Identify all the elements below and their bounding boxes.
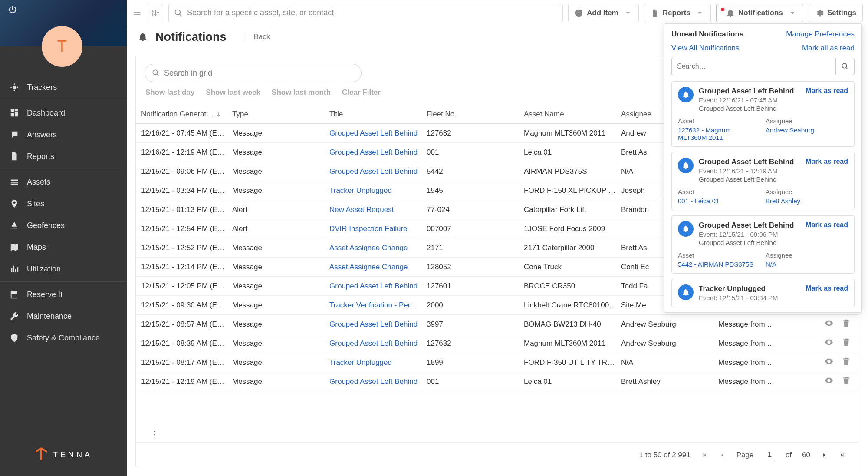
- assignee-link[interactable]: N/A: [766, 261, 848, 268]
- back-link[interactable]: Back: [243, 33, 270, 41]
- notification-card[interactable]: Grouped Asset Left BehindMark as readEve…: [671, 215, 855, 274]
- col-title[interactable]: Title: [329, 110, 427, 119]
- manage-preferences-link[interactable]: Manage Preferences: [786, 30, 855, 39]
- sidebar-item-label: Utilization: [27, 264, 61, 274]
- cell-asset: Magnum MLT360M 2011: [524, 339, 621, 348]
- global-search-input[interactable]: Search for a specific asset, site, or co…: [168, 4, 563, 22]
- cell-fleet: 1945: [427, 186, 524, 195]
- col-type[interactable]: Type: [232, 110, 329, 119]
- title-link[interactable]: Grouped Asset Left Behind: [329, 129, 418, 137]
- notif-subtitle: Grouped Asset Left Behind: [699, 105, 848, 112]
- mark-as-read-link[interactable]: Mark as read: [806, 284, 848, 293]
- view-icon[interactable]: [824, 318, 834, 330]
- sidebar-item-maintenance[interactable]: Maintenance: [0, 305, 127, 327]
- safety-icon: [10, 333, 19, 343]
- notification-badge-dot: [721, 8, 724, 11]
- sidebar-item-label: Reports: [27, 152, 54, 161]
- col-asset[interactable]: Asset Name: [524, 110, 621, 119]
- view-icon[interactable]: [824, 376, 834, 387]
- sidebar-item-reports[interactable]: Reports: [0, 145, 127, 167]
- delete-icon[interactable]: [842, 376, 851, 387]
- title-link[interactable]: DVIR Inspection Failure: [329, 225, 408, 233]
- notif-search-button[interactable]: [835, 58, 855, 75]
- notification-card[interactable]: Grouped Asset Left BehindMark as readEve…: [671, 152, 855, 210]
- title-link[interactable]: New Asset Request: [329, 205, 394, 214]
- title-link[interactable]: Tracker Unplugged: [329, 358, 392, 367]
- page-last-icon[interactable]: [839, 452, 846, 459]
- plus-circle-icon: [575, 9, 583, 17]
- cell-fleet: 127601: [427, 282, 524, 291]
- sidebar-item-assets[interactable]: Assets: [0, 171, 127, 193]
- delete-icon[interactable]: [842, 337, 851, 349]
- mark-as-read-link[interactable]: Mark as read: [806, 87, 848, 96]
- mark-as-read-link[interactable]: Mark as read: [806, 221, 848, 230]
- cell-date: 12/15/21 - 12:54 PM (EST): [136, 225, 232, 233]
- view-all-notifications-link[interactable]: View All Notifications: [671, 44, 740, 53]
- sidebar-item-sites[interactable]: Sites: [0, 193, 127, 215]
- mark-as-read-link[interactable]: Mark as read: [806, 158, 848, 166]
- avatar[interactable]: T: [42, 26, 82, 67]
- sidebar-item-label: Assets: [27, 178, 50, 187]
- title-link[interactable]: Grouped Asset Left Behind: [329, 148, 418, 156]
- bell-badge-icon: [678, 284, 694, 300]
- title-link[interactable]: Asset Assignee Change: [329, 244, 408, 252]
- title-link[interactable]: Grouped Asset Left Behind: [329, 320, 418, 328]
- title-link[interactable]: Grouped Asset Left Behind: [329, 282, 418, 290]
- view-icon[interactable]: [824, 337, 834, 349]
- filter-last-week[interactable]: Show last week: [206, 88, 260, 97]
- filter-sliders-button[interactable]: [148, 4, 163, 22]
- reports-button[interactable]: Reports: [644, 4, 711, 22]
- mark-all-read-link[interactable]: Mark all as read: [802, 44, 855, 53]
- page-next-icon[interactable]: [821, 452, 828, 459]
- col-fleet[interactable]: Fleet No.: [427, 110, 524, 119]
- sidebar-item-maps[interactable]: Maps: [0, 236, 127, 258]
- cell-fleet: 127632: [427, 129, 524, 138]
- notif-title: Grouped Asset Left Behind: [699, 221, 794, 230]
- sidebar-item-utilization[interactable]: Utilization: [0, 258, 127, 280]
- page-number-input[interactable]: 1: [764, 450, 775, 459]
- title-link[interactable]: Grouped Asset Left Behind: [329, 339, 418, 347]
- asset-link[interactable]: 001 - Leica 01: [678, 197, 760, 205]
- filter-last-day[interactable]: Show last day: [145, 88, 194, 97]
- sidebar-item-answers[interactable]: Answers: [0, 124, 127, 145]
- sidebar-item-tracker[interactable]: Trackers: [0, 76, 127, 98]
- grid-search-input[interactable]: Search in grid: [145, 64, 362, 82]
- delete-icon[interactable]: [842, 357, 851, 368]
- title-link[interactable]: Grouped Asset Left Behind: [329, 167, 418, 175]
- sidebar-item-geofences[interactable]: Geofences: [0, 215, 127, 236]
- page-prev-icon[interactable]: [719, 452, 726, 459]
- cell-fleet: 001: [427, 377, 524, 386]
- add-item-button[interactable]: Add Item: [568, 4, 639, 22]
- filter-clear[interactable]: Clear Filter: [342, 88, 381, 97]
- assignee-link[interactable]: Andrew Seaburg: [766, 126, 848, 134]
- cell-type: Alert: [232, 205, 329, 214]
- title-link[interactable]: Tracker Unplugged: [329, 186, 392, 195]
- hamburger-icon[interactable]: [132, 8, 142, 18]
- power-icon[interactable]: [8, 5, 17, 17]
- sidebar-item-safety[interactable]: Safety & Compliance: [0, 327, 127, 349]
- title-link[interactable]: Tracker Verification - Pending: [329, 301, 426, 309]
- title-link[interactable]: Grouped Asset Left Behind: [329, 377, 418, 386]
- cell-assignee: N/A: [621, 358, 718, 367]
- settings-button[interactable]: Settings: [809, 4, 863, 22]
- notif-search-input[interactable]: [671, 58, 835, 75]
- notifications-button[interactable]: Notifications: [716, 4, 803, 22]
- filter-last-month[interactable]: Show last month: [272, 88, 331, 97]
- cell-fleet: 1899: [427, 358, 524, 367]
- delete-icon[interactable]: [842, 318, 851, 330]
- sidebar-item-reserve[interactable]: Reserve It: [0, 284, 127, 305]
- col-date[interactable]: Notification Generat…: [136, 110, 232, 119]
- cell-date: 12/15/21 - 09:06 PM (EST): [136, 167, 232, 176]
- assets-icon: [10, 177, 19, 187]
- sidebar-item-dashboard[interactable]: Dashboard: [0, 102, 127, 124]
- notification-card[interactable]: Tracker UnpluggedMark as readEvent: 12/1…: [671, 279, 855, 307]
- assignee-link[interactable]: Brett Ashley: [766, 197, 848, 205]
- notification-card[interactable]: Grouped Asset Left BehindMark as readEve…: [671, 81, 855, 147]
- page-first-icon[interactable]: [701, 452, 708, 459]
- asset-link[interactable]: 5442 - AIRMAN PDS375S: [678, 261, 760, 268]
- cell-asset: Leica 01: [524, 148, 621, 157]
- view-icon[interactable]: [824, 357, 834, 368]
- title-link[interactable]: Asset Assignee Change: [329, 263, 408, 271]
- cell-message: Message from Ten: [718, 339, 779, 348]
- asset-link[interactable]: 127632 - Magnum MLT360M 2011: [678, 126, 760, 141]
